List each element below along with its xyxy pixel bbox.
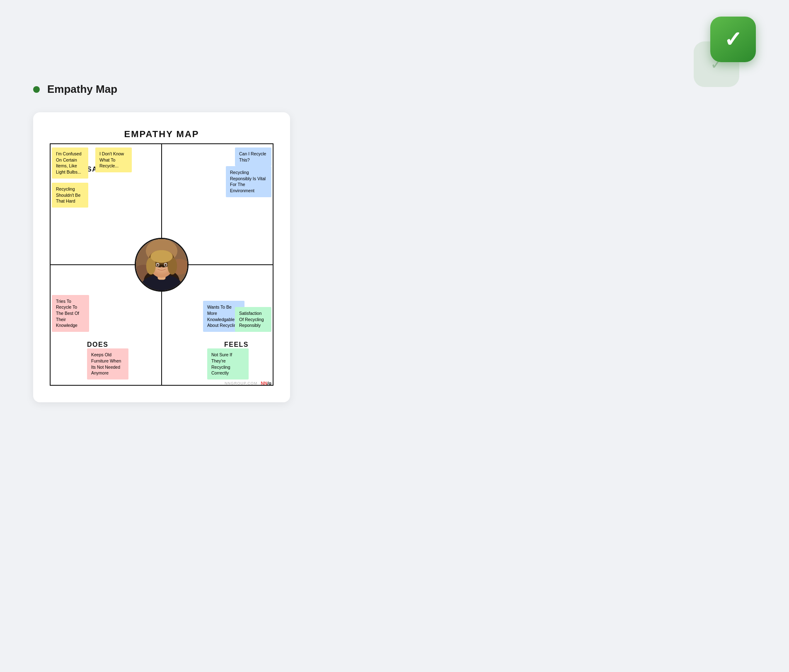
sticky-recycling-hard: Recycling Shouldn't Be That Hard bbox=[52, 183, 88, 208]
page-content: Empathy Map EMPATHY MAP SAYS THINKS DOES… bbox=[0, 0, 789, 427]
nngroup-url: NNGROUP.COM bbox=[225, 381, 257, 385]
person-avatar bbox=[135, 238, 189, 292]
empathy-map-grid: SAYS THINKS DOES FEELS bbox=[50, 143, 273, 386]
checkmark-large-icon: ✓ bbox=[724, 27, 742, 52]
empathy-map-title: EMPATHY MAP bbox=[50, 129, 273, 140]
app-icon-main: ✓ bbox=[710, 17, 756, 62]
label-does: DOES bbox=[87, 341, 108, 348]
sticky-satisfaction: Satisfaction Of Recycling Reponsibly bbox=[235, 307, 271, 332]
section-heading: Empathy Map bbox=[33, 83, 789, 96]
label-feels: FEELS bbox=[224, 341, 249, 348]
nngroup-logo: NN/g bbox=[261, 381, 271, 386]
svg-point-14 bbox=[157, 263, 159, 266]
sticky-confused: I'm Confused On Certain Items, Like Ligh… bbox=[52, 147, 88, 179]
sticky-old-furniture: Keeps Old Furniture When Its Not Needed … bbox=[87, 348, 128, 380]
sticky-dont-know: I Don't Know What To Recycle... bbox=[95, 147, 132, 172]
section-title: Empathy Map bbox=[47, 83, 117, 96]
svg-point-16 bbox=[160, 266, 163, 268]
person-photo bbox=[136, 239, 187, 290]
empathy-map-diagram: EMPATHY MAP SAYS THINKS DOES FEELS bbox=[50, 129, 273, 386]
sticky-recycling-reponsibly: Recycling Reponsibly Is Vital For The En… bbox=[226, 166, 271, 197]
section-dot bbox=[33, 86, 40, 93]
app-icon-cluster: ✓ ✓ bbox=[690, 17, 756, 91]
nngroup-footer: NNGROUP.COM NN/g bbox=[225, 381, 271, 386]
svg-point-11 bbox=[150, 250, 172, 263]
sticky-not-sure: Not Sure If They're Recycling Correctly bbox=[207, 348, 249, 380]
svg-point-15 bbox=[165, 263, 167, 266]
sticky-tries-recycle: Tries To Recycle To The Best Of Their Kn… bbox=[52, 295, 89, 332]
sticky-can-recycle: Can I Recycle This? bbox=[235, 147, 271, 166]
empathy-map-card: EMPATHY MAP SAYS THINKS DOES FEELS bbox=[33, 112, 290, 402]
